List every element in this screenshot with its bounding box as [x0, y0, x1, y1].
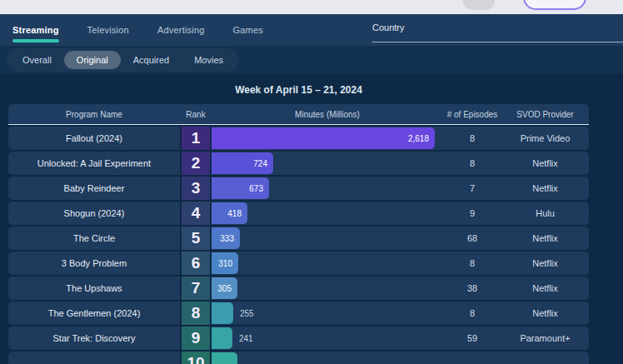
episodes-cell: 7: [443, 177, 501, 200]
nav-tab-label: Television: [87, 25, 129, 35]
minutes-bar: 673: [212, 177, 269, 199]
minutes-value: 2,618: [408, 134, 435, 143]
minutes-value: 241: [239, 327, 253, 350]
nav-tab-label: Streaming: [12, 25, 59, 35]
table-row: 3 Body Problem63108Netflix: [8, 252, 589, 275]
table-row: Unlocked: A Jail Experiment27248Netflix: [8, 152, 589, 175]
table-body: Fallout (2024)12,6188Prime VideoUnlocked…: [8, 127, 589, 364]
episodes-cell: 59: [443, 327, 501, 350]
episodes-cell: 9: [443, 202, 501, 225]
minutes-value: 305: [217, 284, 237, 293]
minutes-bar-cell: 305: [212, 277, 443, 300]
program-name-cell: Shogun (2024): [8, 202, 180, 225]
minutes-bar-cell: 241: [212, 327, 443, 350]
rank-cell: 2: [180, 152, 212, 175]
minutes-bar-cell: [212, 352, 443, 364]
rank-cell: 9: [180, 327, 212, 350]
minutes-bar-cell: 2,618: [212, 127, 443, 150]
window-chrome-strip: [0, 0, 623, 14]
provider-cell: [501, 352, 589, 364]
col-header-episodes: # of Episodes: [443, 110, 501, 119]
col-header-minutes: Minutes (Millions): [212, 110, 443, 119]
table-row: Star Trek: Discovery924159Paramount+: [8, 327, 589, 350]
episodes-cell: 8: [443, 252, 501, 275]
pill-tab-acquired[interactable]: Acquired: [121, 51, 182, 69]
nav-tab-label: Advertising: [157, 25, 205, 35]
provider-cell: Prime Video: [501, 127, 589, 150]
provider-cell: Netflix: [501, 177, 589, 200]
episodes-cell: 8: [443, 127, 501, 150]
rank-cell: 5: [180, 227, 212, 250]
nav-tab-television[interactable]: Television: [87, 14, 129, 46]
nav-tab-streaming[interactable]: Streaming: [12, 14, 59, 46]
active-tab-underline: [12, 39, 59, 42]
provider-cell: Paramount+: [501, 327, 589, 350]
sub-nav: OverallOriginalAcquiredMovies: [0, 46, 623, 73]
minutes-bar-cell: 724: [212, 152, 443, 175]
provider-cell: Netflix: [501, 277, 589, 300]
table-row: The Circle533368Netflix: [8, 227, 589, 250]
category-pill-group: OverallOriginalAcquiredMovies: [7, 48, 239, 72]
minutes-bar-cell: 255: [212, 302, 443, 325]
program-name-cell: The Upshaws: [8, 277, 180, 300]
minutes-bar: 2,618: [212, 127, 435, 149]
program-name-cell: The Gentlemen (2024): [8, 302, 180, 325]
minutes-value: 333: [220, 234, 240, 243]
episodes-cell: 8: [443, 152, 501, 175]
minutes-value: 418: [227, 209, 247, 218]
col-header-rank: Rank: [180, 110, 212, 119]
pill-tab-movies[interactable]: Movies: [182, 51, 236, 69]
table-row: The Upshaws730538Netflix: [8, 277, 589, 300]
main-nav: StreamingTelevisionAdvertisingGames Coun…: [0, 14, 623, 46]
minutes-bar-cell: 333: [212, 227, 443, 250]
partial-purple-button[interactable]: [523, 0, 586, 10]
country-label: Country: [372, 22, 405, 32]
minutes-bar-cell: 418: [212, 202, 443, 225]
main-nav-tabs: StreamingTelevisionAdvertisingGames: [12, 14, 292, 46]
program-name-cell: Unlocked: A Jail Experiment: [8, 152, 180, 175]
minutes-bar: 305: [212, 277, 237, 299]
nav-tab-advertising[interactable]: Advertising: [157, 14, 205, 46]
minutes-value: 310: [218, 259, 238, 268]
col-header-provider: SVOD Provider: [501, 110, 589, 119]
table-header: Program Name Rank Minutes (Millions) # o…: [8, 104, 589, 125]
table-row: The Gentlemen (2024)82558Netflix: [8, 302, 589, 325]
country-input-underline: [372, 42, 623, 42]
table-row: Fallout (2024)12,6188Prime Video: [8, 127, 589, 150]
table-row: Baby Reindeer36737Netflix: [8, 177, 589, 200]
program-name-cell: Star Trek: Discovery: [8, 327, 180, 350]
week-title: Week of April 15 – 21, 2024: [8, 84, 589, 96]
provider-cell: Hulu: [501, 202, 589, 225]
rank-cell: 10: [180, 352, 212, 364]
minutes-value: 673: [249, 184, 269, 193]
country-select[interactable]: Country: [372, 19, 623, 44]
program-name-cell: 3 Body Problem: [8, 252, 180, 275]
streaming-table: Program Name Rank Minutes (Millions) # o…: [8, 104, 589, 364]
rank-cell: 4: [180, 202, 212, 225]
minutes-bar: 724: [212, 152, 273, 174]
program-name-cell: Fallout (2024): [8, 127, 180, 150]
episodes-cell: [443, 352, 501, 364]
minutes-bar: [212, 352, 237, 364]
nav-tab-games[interactable]: Games: [233, 14, 263, 46]
pill-tab-original[interactable]: Original: [64, 51, 121, 69]
episodes-cell: 68: [443, 227, 501, 250]
rank-cell: 1: [180, 127, 212, 150]
nav-tab-label: Games: [233, 25, 263, 35]
episodes-cell: 38: [443, 277, 501, 300]
provider-cell: Netflix: [501, 302, 589, 325]
col-header-program-name: Program Name: [8, 110, 180, 119]
pill-tab-overall[interactable]: Overall: [10, 51, 64, 69]
minutes-bar: [212, 327, 232, 349]
minutes-value: 724: [253, 159, 273, 168]
minutes-bar: 418: [212, 202, 247, 224]
table-row: Shogun (2024)44189Hulu: [8, 202, 589, 225]
program-name-cell: Baby Reindeer: [8, 177, 180, 200]
provider-cell: Netflix: [501, 252, 589, 275]
rank-cell: 6: [180, 252, 212, 275]
provider-cell: Netflix: [501, 227, 589, 250]
rank-cell: 8: [180, 302, 212, 325]
table-row: 10: [8, 352, 589, 364]
rank-cell: 3: [180, 177, 212, 200]
program-name-cell: [8, 352, 180, 364]
